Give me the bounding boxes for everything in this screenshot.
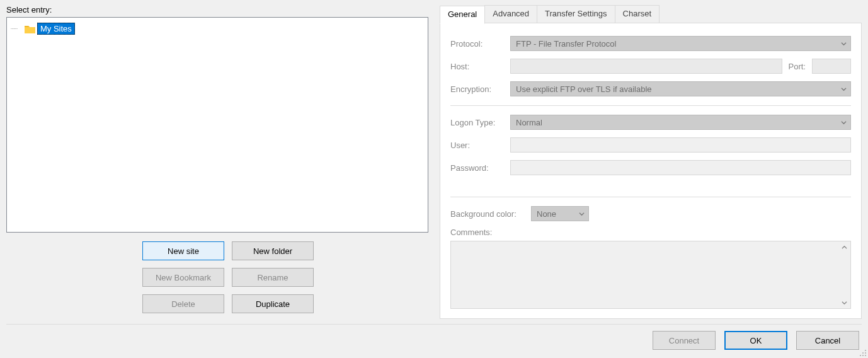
tree-item-label: My Sites bbox=[37, 23, 75, 35]
chevron-down-icon bbox=[579, 211, 585, 217]
chevron-down-icon bbox=[841, 41, 847, 47]
port-label: Port: bbox=[789, 62, 806, 71]
host-input[interactable] bbox=[510, 59, 782, 74]
scroll-down-icon[interactable] bbox=[840, 298, 848, 307]
password-input[interactable] bbox=[510, 160, 851, 175]
svg-point-4 bbox=[862, 355, 864, 356]
svg-point-3 bbox=[860, 355, 861, 356]
svg-point-1 bbox=[862, 352, 864, 354]
user-input[interactable] bbox=[510, 137, 851, 153]
chevron-down-icon bbox=[841, 86, 847, 92]
site-tree[interactable]: ┈┈ My Sites bbox=[6, 17, 428, 233]
protocol-select-value: FTP - File Transfer Protocol bbox=[516, 39, 616, 49]
delete-button: Delete bbox=[142, 294, 224, 313]
logon-type-select[interactable]: Normal bbox=[510, 115, 851, 130]
folder-icon bbox=[25, 25, 35, 33]
password-label: Password: bbox=[450, 163, 510, 173]
rename-button: Rename bbox=[232, 268, 314, 287]
tree-connector-icon: ┈┈ bbox=[11, 25, 25, 32]
svg-point-5 bbox=[865, 355, 866, 356]
tab-charset[interactable]: Charset bbox=[615, 5, 660, 23]
separator bbox=[450, 105, 851, 106]
background-color-select[interactable]: None bbox=[531, 206, 589, 221]
new-site-button[interactable]: New site bbox=[142, 241, 224, 260]
duplicate-button[interactable]: Duplicate bbox=[232, 294, 314, 313]
separator bbox=[450, 197, 851, 197]
resize-grip-icon[interactable] bbox=[857, 347, 867, 357]
background-color-label: Background color: bbox=[450, 209, 531, 219]
protocol-label: Protocol: bbox=[450, 39, 510, 49]
select-entry-label: Select entry: bbox=[6, 5, 428, 14]
logon-type-select-value: Normal bbox=[516, 118, 542, 127]
background-color-select-value: None bbox=[537, 209, 556, 219]
encryption-label: Encryption: bbox=[450, 84, 510, 94]
svg-point-2 bbox=[865, 352, 866, 354]
logon-type-label: Logon Type: bbox=[450, 118, 510, 127]
scroll-up-icon[interactable] bbox=[840, 243, 848, 251]
protocol-select[interactable]: FTP - File Transfer Protocol bbox=[510, 36, 851, 51]
general-panel: Protocol: FTP - File Transfer Protocol H… bbox=[440, 23, 862, 319]
host-label: Host: bbox=[450, 62, 510, 71]
connect-button: Connect bbox=[653, 331, 716, 350]
comments-textarea[interactable] bbox=[450, 241, 851, 309]
new-bookmark-button: New Bookmark bbox=[142, 268, 224, 287]
chevron-down-icon bbox=[841, 120, 847, 125]
settings-tabs: General Advanced Transfer Settings Chars… bbox=[440, 5, 862, 23]
user-label: User: bbox=[450, 141, 510, 150]
encryption-select-value: Use explicit FTP over TLS if available bbox=[516, 84, 652, 94]
tab-advanced[interactable]: Advanced bbox=[484, 5, 537, 23]
ok-button[interactable]: OK bbox=[724, 331, 787, 350]
encryption-select[interactable]: Use explicit FTP over TLS if available bbox=[510, 81, 851, 96]
svg-point-0 bbox=[865, 350, 866, 351]
tab-transfer-settings[interactable]: Transfer Settings bbox=[537, 5, 615, 23]
new-folder-button[interactable]: New folder bbox=[232, 241, 314, 260]
cancel-button[interactable]: Cancel bbox=[796, 331, 859, 350]
tree-item-my-sites[interactable]: ┈┈ My Sites bbox=[11, 23, 424, 35]
tab-general[interactable]: General bbox=[440, 6, 485, 24]
port-input[interactable] bbox=[812, 59, 851, 74]
comments-label: Comments: bbox=[450, 228, 851, 237]
